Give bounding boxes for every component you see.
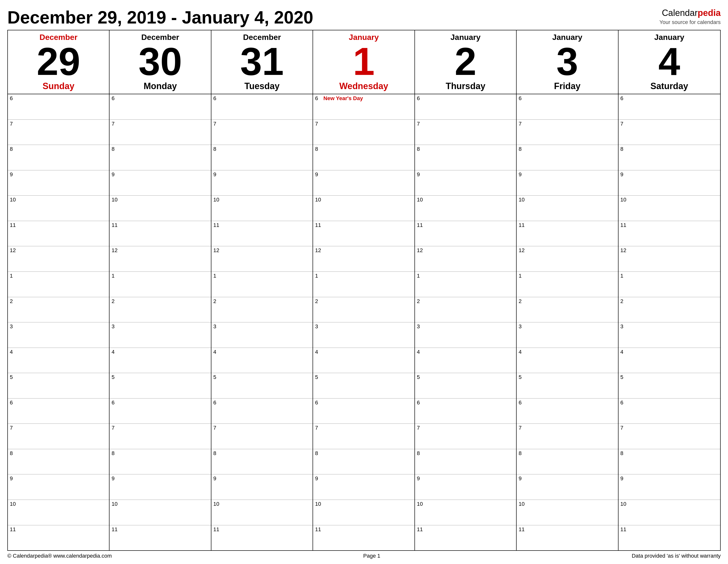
time-slot-jan4-14: 8	[619, 449, 720, 475]
time-slot-jan1-2: 8	[313, 145, 414, 170]
time-label-dec31-9: 3	[213, 323, 221, 330]
time-label-jan2-4: 10	[417, 197, 424, 203]
time-grid: 6789101112123456789101167891011121234567…	[8, 94, 720, 550]
time-slot-jan3-14: 8	[517, 449, 618, 475]
time-slot-dec29-15: 9	[8, 474, 109, 500]
time-label-jan1-0: 6	[315, 95, 322, 102]
time-slot-jan3-12: 6	[517, 398, 618, 424]
time-label-jan4-10: 4	[620, 349, 628, 355]
time-slot-jan4-2: 8	[619, 145, 720, 170]
time-slot-jan2-0: 6	[415, 94, 516, 120]
day-column-jan3: 67891011121234567891011	[517, 94, 618, 550]
footer-center: Page 1	[363, 553, 380, 559]
time-slot-jan2-14: 8	[415, 449, 516, 475]
time-slot-dec30-8: 2	[109, 297, 211, 322]
time-slot-jan4-4: 10	[619, 196, 720, 221]
time-label-jan4-1: 7	[620, 121, 628, 127]
time-label-jan4-6: 12	[620, 247, 628, 254]
time-label-dec29-9: 3	[10, 323, 17, 330]
time-slot-dec30-12: 6	[109, 398, 211, 424]
calendar-container: December29SundayDecember30MondayDecember…	[7, 30, 721, 551]
day-header-dec29: December29Sunday	[8, 30, 109, 94]
time-slot-dec30-1: 7	[109, 120, 211, 145]
logo-area: Calendarpedia Your source for calendars	[659, 7, 721, 26]
time-slot-jan1-15: 9	[313, 474, 414, 500]
time-slot-dec31-1: 7	[211, 120, 313, 145]
time-slot-jan4-9: 3	[619, 322, 720, 348]
time-slot-dec29-17: 11	[8, 525, 109, 551]
time-label-jan3-6: 12	[519, 247, 526, 254]
day-name-jan1: Wednesday	[317, 81, 410, 91]
time-slot-dec30-9: 3	[109, 322, 211, 348]
time-slot-jan2-6: 12	[415, 246, 516, 272]
time-label-jan1-4: 10	[315, 197, 322, 203]
time-label-dec29-10: 4	[10, 349, 17, 355]
time-slot-jan3-4: 10	[517, 196, 618, 221]
footer: © Calendarpedia® www.calendarpedia.com P…	[7, 551, 721, 559]
day-name-jan3: Friday	[521, 81, 614, 91]
time-label-jan4-2: 8	[620, 146, 628, 152]
time-slot-dec30-15: 9	[109, 474, 211, 500]
time-label-jan2-9: 3	[417, 323, 424, 330]
time-label-jan4-3: 9	[620, 171, 628, 178]
time-slot-dec30-7: 1	[109, 272, 211, 297]
time-slot-dec31-5: 11	[211, 221, 313, 247]
time-slot-jan2-1: 7	[415, 120, 516, 145]
time-slot-jan3-7: 1	[517, 272, 618, 297]
time-label-jan3-0: 6	[519, 95, 526, 102]
time-label-jan4-0: 6	[620, 95, 628, 102]
time-slot-dec30-0: 6	[109, 94, 211, 120]
time-label-dec30-17: 11	[111, 526, 119, 533]
time-label-jan2-16: 10	[417, 501, 424, 507]
time-slot-dec30-10: 4	[109, 348, 211, 373]
time-slot-jan3-1: 7	[517, 120, 618, 145]
time-label-dec30-11: 5	[111, 374, 119, 380]
time-label-dec29-17: 11	[10, 526, 17, 533]
day-column-jan4: 67891011121234567891011	[619, 94, 720, 550]
time-slot-dec31-3: 9	[211, 170, 313, 196]
time-slot-jan3-8: 2	[517, 297, 618, 322]
time-slot-jan4-6: 12	[619, 246, 720, 272]
logo: Calendarpedia	[659, 7, 721, 19]
time-label-dec30-15: 9	[111, 475, 119, 482]
time-slot-jan1-7: 1	[313, 272, 414, 297]
day-number-jan3: 3	[521, 42, 614, 81]
time-slot-jan1-1: 7	[313, 120, 414, 145]
time-label-dec31-2: 8	[213, 146, 221, 152]
day-header-jan2: January2Thursday	[415, 30, 517, 94]
time-label-jan2-14: 8	[417, 450, 424, 456]
time-slot-jan3-6: 12	[517, 246, 618, 272]
time-label-dec31-17: 11	[213, 526, 221, 533]
time-slot-dec31-14: 8	[211, 449, 313, 475]
time-label-jan1-13: 7	[315, 425, 322, 431]
time-slot-dec30-14: 8	[109, 449, 211, 475]
time-label-jan3-13: 7	[519, 425, 526, 431]
time-label-jan1-9: 3	[315, 323, 322, 330]
logo-tagline: Your source for calendars	[659, 19, 721, 26]
time-label-dec30-12: 6	[111, 399, 119, 406]
time-label-jan2-0: 6	[417, 95, 424, 102]
time-slot-jan4-16: 10	[619, 500, 720, 525]
time-label-jan3-14: 8	[519, 450, 526, 456]
time-slot-jan1-0: 6New Year's Day	[313, 94, 414, 120]
time-slot-jan2-13: 7	[415, 424, 516, 449]
day-name-jan4: Saturday	[622, 81, 716, 91]
time-label-jan4-11: 5	[620, 374, 628, 380]
time-label-dec30-3: 9	[111, 171, 119, 178]
time-label-dec31-12: 6	[213, 399, 221, 406]
time-label-dec31-6: 12	[213, 247, 221, 254]
time-label-dec29-12: 6	[10, 399, 17, 406]
time-slot-jan3-3: 9	[517, 170, 618, 196]
time-slot-dec29-2: 8	[8, 145, 109, 170]
footer-right: Data provided 'as is' without warranty	[632, 553, 721, 559]
time-label-dec29-16: 10	[10, 501, 17, 507]
time-slot-jan1-6: 12	[313, 246, 414, 272]
time-label-dec29-8: 2	[10, 298, 17, 304]
day-column-dec29: 67891011121234567891011	[8, 94, 109, 550]
time-label-jan3-8: 2	[519, 298, 526, 304]
time-slot-dec31-7: 1	[211, 272, 313, 297]
time-slot-jan1-3: 9	[313, 170, 414, 196]
time-slot-jan2-7: 1	[415, 272, 516, 297]
time-slot-jan3-9: 3	[517, 322, 618, 348]
time-label-jan1-16: 10	[315, 501, 322, 507]
